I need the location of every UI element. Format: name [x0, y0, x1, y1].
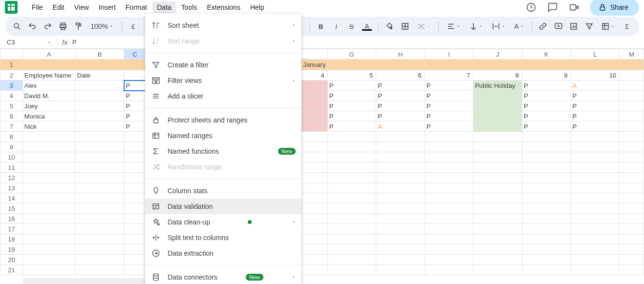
cell[interactable]: P [571, 91, 620, 101]
cell[interactable] [124, 234, 146, 244]
menu-insert[interactable]: Insert [94, 1, 120, 13]
cell[interactable] [473, 122, 522, 132]
cell[interactable]: P [522, 122, 571, 132]
cell[interactable] [620, 255, 644, 265]
cell[interactable]: A [376, 122, 425, 132]
cell[interactable]: Employee Name [22, 70, 75, 81]
cell[interactable] [124, 183, 146, 193]
cell[interactable] [376, 203, 425, 214]
cell[interactable] [22, 183, 75, 193]
cell[interactable] [620, 224, 644, 234]
wrap-icon[interactable] [489, 20, 508, 33]
table-view-icon[interactable] [598, 20, 618, 33]
cell[interactable]: P [376, 101, 425, 111]
select-all-corner[interactable] [0, 49, 23, 60]
cell[interactable] [425, 203, 473, 214]
cell[interactable] [327, 203, 376, 214]
cell[interactable] [124, 244, 146, 255]
cell[interactable] [327, 152, 376, 162]
cell[interactable]: P [327, 81, 376, 91]
row-header[interactable]: 19 [0, 244, 23, 255]
cell[interactable] [571, 183, 620, 193]
cell[interactable] [571, 265, 620, 275]
cell[interactable] [620, 173, 644, 183]
cell[interactable] [473, 214, 522, 224]
cell[interactable] [425, 162, 473, 173]
cell[interactable]: P [376, 111, 425, 122]
cell[interactable] [522, 152, 571, 162]
cell[interactable] [425, 234, 473, 244]
cell[interactable] [376, 183, 425, 193]
cell[interactable] [327, 162, 376, 173]
cell[interactable] [571, 162, 620, 173]
cell[interactable] [571, 214, 620, 224]
name-box[interactable]: C3 [5, 38, 43, 47]
fill-color-icon[interactable] [384, 20, 396, 33]
cell[interactable]: David M. [22, 91, 75, 101]
merge-icon[interactable] [414, 20, 433, 33]
cell[interactable] [425, 132, 473, 142]
cell[interactable]: P [571, 122, 620, 132]
italic-icon[interactable]: I [330, 20, 342, 33]
cell[interactable] [376, 60, 425, 70]
cell[interactable] [22, 142, 75, 152]
menu-item-named-functions[interactable]: Named functionsNew [145, 143, 301, 159]
cell[interactable] [473, 152, 522, 162]
cell[interactable] [425, 60, 473, 70]
cell[interactable] [522, 214, 571, 224]
cell[interactable] [376, 224, 425, 234]
cell[interactable] [75, 173, 124, 183]
cell[interactable] [620, 162, 644, 173]
halign-icon[interactable] [444, 20, 463, 33]
cell[interactable] [124, 265, 146, 275]
cell[interactable] [22, 234, 75, 244]
cell[interactable] [620, 132, 644, 142]
cell[interactable] [22, 244, 75, 255]
cell[interactable] [75, 91, 124, 101]
cell[interactable] [473, 142, 522, 152]
menu-item-sort-sheet[interactable]: Sort sheet [145, 18, 301, 33]
cell[interactable] [620, 142, 644, 152]
cell[interactable] [522, 234, 571, 244]
menu-extensions[interactable]: Extensions [202, 1, 244, 13]
menu-view[interactable]: View [70, 1, 93, 13]
cell[interactable] [620, 91, 644, 101]
cell[interactable] [425, 193, 473, 203]
col-header-G[interactable]: G [327, 49, 376, 60]
cell[interactable]: P [124, 91, 146, 101]
cell[interactable]: P [425, 91, 473, 101]
cell[interactable]: P [425, 81, 473, 91]
cell[interactable] [425, 142, 473, 152]
cell[interactable] [473, 244, 522, 255]
cell[interactable] [327, 214, 376, 224]
cell[interactable] [473, 132, 522, 142]
cell[interactable] [522, 142, 571, 152]
cell[interactable]: P [124, 101, 146, 111]
bold-icon[interactable]: B [315, 20, 327, 33]
row-header[interactable]: 4 [0, 91, 23, 101]
cell[interactable] [376, 255, 425, 265]
cell[interactable] [327, 142, 376, 152]
cell[interactable] [473, 224, 522, 234]
cell[interactable] [327, 224, 376, 234]
cell[interactable] [75, 193, 124, 203]
chart-icon[interactable] [568, 20, 580, 33]
cell[interactable] [75, 122, 124, 132]
cell[interactable] [376, 193, 425, 203]
row-header[interactable]: 17 [0, 224, 23, 234]
meet-icon[interactable] [568, 1, 580, 13]
cell[interactable]: Nick [22, 122, 75, 132]
row-header[interactable]: 16 [0, 214, 23, 224]
cell[interactable] [124, 142, 146, 152]
cell[interactable] [425, 255, 473, 265]
cell[interactable]: P [425, 122, 473, 132]
cell[interactable] [327, 132, 376, 142]
cell[interactable] [571, 193, 620, 203]
cell[interactable] [75, 203, 124, 214]
cell[interactable] [22, 193, 75, 203]
cell[interactable] [75, 162, 124, 173]
cell[interactable] [473, 265, 522, 275]
row-header[interactable]: 3 [0, 81, 23, 91]
cell[interactable] [22, 224, 75, 234]
menu-item-named-ranges[interactable]: Named ranges [145, 128, 301, 143]
